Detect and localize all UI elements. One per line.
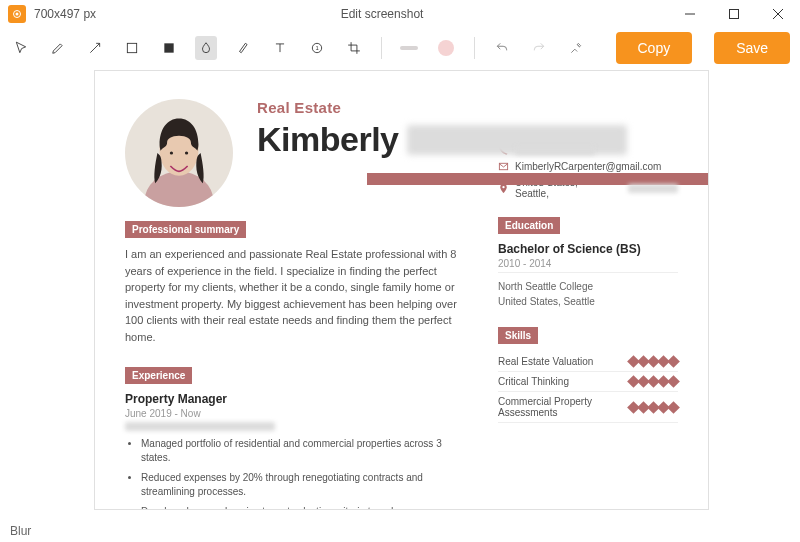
pencil-tool[interactable] — [47, 36, 70, 60]
job-dates: June 2019 - Now — [125, 408, 470, 419]
minimize-button[interactable] — [668, 0, 712, 28]
resume-photo — [125, 99, 233, 207]
save-button[interactable]: Save — [714, 32, 790, 64]
skill-row: Commercial Property Assessments — [498, 392, 678, 423]
svg-text:1: 1 — [315, 45, 318, 51]
experience-tag: Experience — [125, 367, 192, 384]
svg-line-6 — [91, 43, 100, 52]
blurred-company — [125, 422, 275, 431]
job-bullets: Managed portfolio of residential and com… — [125, 437, 470, 510]
svg-rect-8 — [164, 43, 173, 52]
contact-email: KimberlyRCarpenter@gmail.com — [515, 161, 661, 172]
window-title: Edit screenshot — [96, 7, 668, 21]
color-picker[interactable] — [435, 36, 458, 60]
undo-button[interactable] — [491, 36, 514, 60]
close-button[interactable] — [756, 0, 800, 28]
svg-rect-3 — [730, 10, 739, 19]
edu-school: North Seattle College — [498, 279, 678, 294]
svg-point-1 — [16, 13, 19, 16]
blurred-address — [628, 184, 678, 193]
rectangle-tool[interactable] — [121, 36, 144, 60]
svg-point-16 — [502, 185, 504, 187]
education-tag: Education — [498, 217, 560, 234]
skill-row: Critical Thinking — [498, 372, 678, 392]
toolbar-separator — [381, 37, 382, 59]
blur-tool[interactable] — [195, 36, 218, 60]
resume-content: Real Estate Kimberly Professional summar… — [95, 71, 708, 510]
bullet-item: Managed portfolio of residential and com… — [141, 437, 470, 465]
blurred-phone — [515, 146, 595, 155]
edu-years: 2010 - 2014 — [498, 258, 678, 269]
window-titlebar: 700x497 px Edit screenshot — [0, 0, 800, 28]
skill-row: Real Estate Valuation — [498, 352, 678, 372]
filled-rectangle-tool[interactable] — [158, 36, 181, 60]
svg-point-13 — [170, 151, 173, 154]
counter-tool[interactable]: 1 — [305, 36, 328, 60]
contact-block: KimberlyRCarpenter@gmail.com United Stat… — [498, 145, 678, 199]
arrow-tool[interactable] — [84, 36, 107, 60]
canvas-dimensions: 700x497 px — [34, 7, 96, 21]
cursor-tool[interactable] — [10, 36, 33, 60]
stroke-width-picker[interactable] — [398, 36, 421, 60]
marker-tool[interactable] — [231, 36, 254, 60]
maximize-button[interactable] — [712, 0, 756, 28]
editor-toolbar: 1 Copy Save — [0, 28, 800, 68]
degree: Bachelor of Science (BS) — [498, 242, 678, 256]
copy-button[interactable]: Copy — [616, 32, 693, 64]
svg-point-14 — [185, 151, 188, 154]
svg-rect-7 — [128, 43, 137, 52]
bullet-item: Reduced expenses by 20% through renegoti… — [141, 471, 470, 499]
bullet-item: Developed comprehensive tenant selection… — [141, 505, 470, 510]
edu-loc: United States, Seattle — [498, 294, 678, 309]
app-icon — [8, 5, 26, 23]
status-bar: Blur — [10, 524, 31, 538]
toolbar-separator — [474, 37, 475, 59]
screenshot-canvas[interactable]: Real Estate Kimberly Professional summar… — [94, 70, 709, 510]
clear-tool[interactable] — [565, 36, 588, 60]
text-tool[interactable] — [268, 36, 291, 60]
summary-tag: Professional summary — [125, 221, 246, 238]
crop-tool[interactable] — [342, 36, 365, 60]
summary-text: I am an experienced and passionate Real … — [125, 246, 470, 345]
email-icon — [498, 161, 509, 172]
skills-tag: Skills — [498, 327, 538, 344]
job-title: Property Manager — [125, 392, 470, 406]
redo-button[interactable] — [528, 36, 551, 60]
